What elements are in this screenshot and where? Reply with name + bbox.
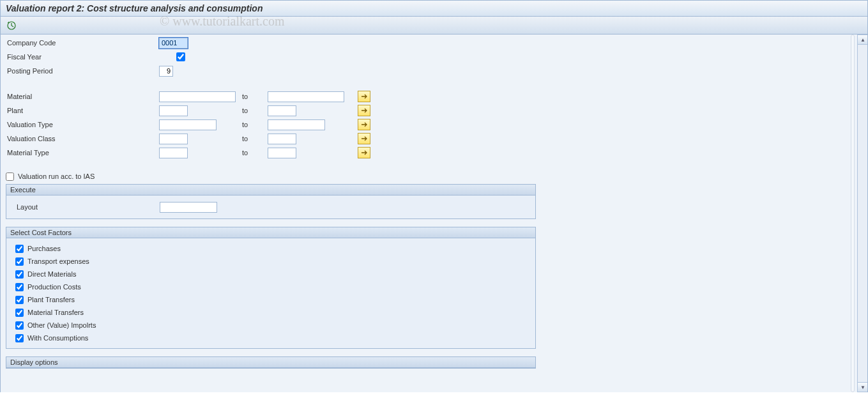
valuation-type-label: Valuation Type (6, 121, 159, 128)
cost-factor-checkbox[interactable] (15, 270, 24, 279)
content-area: Company Code Fiscal Year Posting Period … (0, 34, 868, 392)
vertical-scrollbar[interactable]: ▲ ▼ (857, 34, 867, 392)
cost-factor-label: Material Transfers (27, 309, 84, 316)
display-options-group: Display options (6, 356, 536, 369)
cost-factors-group: Select Cost Factors PurchasesTransport e… (6, 227, 536, 349)
material-type-from-input[interactable] (159, 148, 188, 158)
cost-factor-row: Plant Transfers (15, 293, 531, 306)
plant-from-input[interactable] (159, 105, 188, 116)
material-to-input[interactable] (268, 91, 344, 102)
scroll-up-icon[interactable]: ▲ (858, 34, 868, 45)
ias-checkbox[interactable] (6, 172, 14, 181)
inner-scroll-track[interactable] (851, 34, 855, 392)
fiscal-year-label: Fiscal Year (6, 53, 159, 61)
cost-factor-row: Material Transfers (15, 306, 531, 319)
valuation-type-multiselect-button[interactable] (358, 119, 370, 130)
valuation-class-multiselect-button[interactable] (358, 133, 370, 144)
material-from-input[interactable] (159, 91, 236, 102)
fiscal-year-checkbox[interactable] (176, 52, 185, 61)
cost-factor-label: Other (Value) Impolrts (27, 321, 96, 329)
toolbar (0, 17, 868, 34)
cost-factor-checkbox[interactable] (15, 283, 24, 291)
cost-factor-label: Transport expenses (27, 257, 89, 265)
material-type-multiselect-button[interactable] (358, 147, 370, 158)
page-title: Valuation report 2: Cost structure analy… (6, 3, 263, 13)
cost-factor-checkbox[interactable] (15, 321, 24, 330)
material-label: Material (6, 93, 159, 100)
ias-label: Valuation run acc. to IAS (18, 172, 95, 180)
cost-factor-label: Purchases (27, 245, 61, 252)
to-label-5: to (242, 149, 268, 157)
company-code-label: Company Code (6, 39, 159, 47)
material-type-label: Material Type (6, 149, 159, 157)
plant-to-input[interactable] (268, 105, 296, 116)
posting-period-input[interactable] (159, 66, 173, 77)
cost-factor-label: Direct Materials (27, 270, 76, 278)
company-code-input[interactable] (159, 38, 188, 49)
scroll-down-icon[interactable]: ▼ (858, 382, 868, 392)
ias-checkbox-row: Valuation run acc. to IAS (1, 170, 867, 183)
layout-label: Layout (15, 203, 160, 211)
material-multiselect-button[interactable] (358, 91, 370, 102)
title-bar: Valuation report 2: Cost structure analy… (0, 0, 868, 17)
header-fields: Company Code Fiscal Year Posting Period (1, 34, 867, 79)
cost-factor-row: Other (Value) Impolrts (15, 319, 531, 332)
cost-factor-label: Plant Transfers (27, 296, 75, 303)
valuation-class-label: Valuation Class (6, 135, 159, 142)
to-label-4: to (242, 135, 268, 142)
execute-group: Execute Layout (6, 184, 536, 219)
execute-group-header: Execute (6, 185, 535, 195)
material-type-to-input[interactable] (268, 148, 296, 158)
posting-period-label: Posting Period (6, 67, 159, 75)
cost-factor-label: With Consumptions (27, 334, 88, 342)
valuation-class-to-input[interactable] (268, 134, 296, 144)
execute-icon[interactable] (6, 20, 17, 31)
range-fields: Material to Plant to Valuation T (1, 88, 867, 161)
layout-input[interactable] (160, 202, 217, 213)
cost-factor-checkbox[interactable] (15, 257, 24, 266)
cost-factor-checkbox[interactable] (15, 296, 24, 304)
cost-factor-checkbox[interactable] (15, 309, 24, 317)
cost-factor-row: Transport expenses (15, 255, 531, 268)
valuation-type-to-input[interactable] (268, 119, 325, 130)
cost-factor-checkbox[interactable] (15, 334, 24, 342)
cost-factor-row: Production Costs (15, 280, 531, 293)
to-label-2: to (242, 107, 268, 114)
to-label: to (242, 93, 268, 100)
cost-factor-row: With Consumptions (15, 332, 531, 344)
cost-factor-checkbox[interactable] (15, 245, 24, 253)
valuation-class-from-input[interactable] (159, 134, 188, 144)
to-label-3: to (242, 121, 268, 128)
plant-label: Plant (6, 107, 159, 114)
cost-factor-row: Direct Materials (15, 268, 531, 280)
valuation-type-from-input[interactable] (159, 119, 217, 130)
display-options-header: Display options (6, 357, 535, 368)
cost-factors-header: Select Cost Factors (6, 227, 535, 238)
plant-multiselect-button[interactable] (358, 105, 370, 116)
cost-factor-row: Purchases (15, 242, 531, 255)
cost-factor-label: Production Costs (27, 283, 81, 291)
